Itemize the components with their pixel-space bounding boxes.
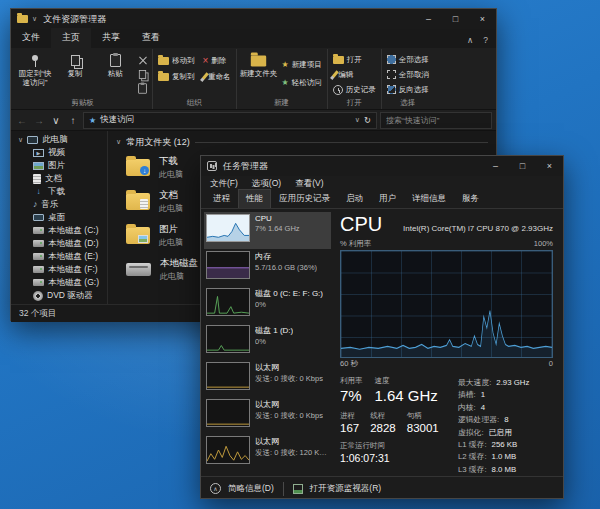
close-button[interactable]: × bbox=[536, 156, 563, 176]
tab-home[interactable]: 主页 bbox=[51, 28, 91, 48]
quick-access-icon: ★ bbox=[89, 116, 96, 125]
tab-performance[interactable]: 性能 bbox=[238, 189, 271, 208]
perf-item-ethernet3[interactable]: 以太网 发送: 0 接收: 120 Kbps bbox=[204, 434, 331, 471]
copy-path-button[interactable] bbox=[136, 69, 149, 80]
minimize-button[interactable]: – bbox=[415, 9, 442, 29]
group-label-new: 新建 bbox=[240, 97, 324, 109]
drive-icon bbox=[33, 266, 44, 273]
cpu-title: CPU bbox=[340, 213, 382, 236]
cut-button[interactable] bbox=[136, 55, 149, 66]
sidebar-item-downloads[interactable]: ↓ 下载 bbox=[11, 185, 107, 198]
tab-services[interactable]: 服务 bbox=[454, 189, 487, 208]
sidebar-item-documents[interactable]: 文档 bbox=[11, 172, 107, 185]
move-to-button[interactable]: 移动到 bbox=[156, 53, 197, 68]
sidebar-item-videos[interactable]: ▶ 视频 bbox=[11, 146, 107, 159]
select-all-button[interactable]: 全部选择 bbox=[385, 52, 431, 67]
tab-users[interactable]: 用户 bbox=[371, 189, 404, 208]
sidebar-item-drive-d[interactable]: 本地磁盘 (D:) bbox=[11, 237, 107, 250]
search-input[interactable] bbox=[380, 112, 492, 129]
sidebar-item-this-pc[interactable]: ∨ 此电脑 bbox=[11, 133, 107, 146]
menu-view[interactable]: 查看(V) bbox=[288, 178, 330, 190]
new-item-button[interactable]: ★ 新建项目 bbox=[280, 57, 324, 72]
open-resource-monitor-link[interactable]: 打开资源监视器(R) bbox=[310, 483, 381, 495]
address-dropdown-icon[interactable]: ∨ bbox=[355, 116, 360, 124]
sidebar-item-drive-e[interactable]: 本地磁盘 (E:) bbox=[11, 250, 107, 263]
forward-icon[interactable]: → bbox=[32, 115, 46, 126]
maximize-button[interactable]: □ bbox=[442, 9, 469, 29]
easy-access-icon: ★ bbox=[282, 79, 289, 87]
new-item-icon: ★ bbox=[282, 61, 289, 69]
section-collapse-icon[interactable]: ∨ bbox=[116, 138, 121, 146]
invert-selection-button[interactable]: 反向选择 bbox=[385, 82, 431, 97]
delete-button[interactable]: × 删除 bbox=[201, 53, 233, 68]
sidebar-item-dvd-drive[interactable]: DVD 驱动器 bbox=[11, 289, 107, 302]
chart-y-label: % 利用率 bbox=[340, 239, 371, 249]
sidebar-item-drive-c[interactable]: 本地磁盘 (C:) bbox=[11, 224, 107, 237]
tab-startup[interactable]: 启动 bbox=[338, 189, 371, 208]
refresh-icon[interactable]: ↻ bbox=[364, 115, 371, 125]
menu-file[interactable]: 文件(F) bbox=[203, 178, 245, 190]
taskmgr-footer: ∧ 简略信息(D) 打开资源监视器(R) bbox=[201, 476, 563, 500]
ethernet1-mini-graph bbox=[206, 362, 250, 390]
stat-utilization: 利用率 7% bbox=[340, 376, 363, 404]
sidebar-item-desktop[interactable]: 桌面 bbox=[11, 211, 107, 224]
rename-button[interactable]: 重命名 bbox=[201, 69, 233, 84]
tab-view[interactable]: 查看 bbox=[131, 28, 171, 48]
history-button[interactable]: 历史记录 bbox=[331, 82, 378, 97]
close-button[interactable]: × bbox=[469, 9, 496, 29]
perf-item-disk1[interactable]: 磁盘 1 (D:) 0% bbox=[204, 323, 331, 360]
sidebar-item-pictures[interactable]: 图片 bbox=[11, 159, 107, 172]
back-icon[interactable]: ← bbox=[15, 115, 29, 126]
dvd-icon bbox=[33, 291, 43, 301]
recent-locations-icon[interactable]: ∨ bbox=[49, 115, 63, 126]
paste-shortcut-button[interactable] bbox=[136, 83, 149, 94]
open-icon bbox=[333, 56, 344, 64]
perf-item-disk0[interactable]: 磁盘 0 (C: E: F: G:) 0% bbox=[204, 286, 331, 323]
cpu-info-list: 最大速度:2.93 GHz 插槽:1 内核:4 逻辑处理器:8 虚拟化:已启用 bbox=[458, 376, 553, 476]
new-folder-button[interactable]: 新建文件夹 bbox=[240, 51, 278, 79]
perf-item-cpu[interactable]: CPU 7% 1.64 GHz bbox=[204, 212, 331, 249]
up-icon[interactable]: ↑ bbox=[66, 115, 80, 126]
tab-processes[interactable]: 进程 bbox=[205, 189, 238, 208]
task-manager-window: 任务管理器 – □ × 文件(F) 选项(O) 查看(V) 进程 性能 应用历史… bbox=[200, 155, 564, 499]
edit-button[interactable]: 编辑 bbox=[331, 67, 356, 82]
sidebar-item-music[interactable]: ♪ 音乐 bbox=[11, 198, 107, 211]
stat-processes: 进程 167 bbox=[340, 411, 359, 434]
address-breadcrumb[interactable]: ★ 快速访问 ∨ ↻ bbox=[83, 112, 377, 129]
drive-icon bbox=[33, 240, 44, 247]
open-button[interactable]: 打开 bbox=[331, 52, 364, 67]
expand-chevron-icon[interactable]: ∨ bbox=[18, 136, 23, 144]
tab-details[interactable]: 详细信息 bbox=[404, 189, 454, 208]
perf-item-memory[interactable]: 内存 5.7/16.0 GB (36%) bbox=[204, 249, 331, 286]
tab-file[interactable]: 文件 bbox=[11, 28, 51, 48]
copy-to-button[interactable]: 复制到 bbox=[156, 69, 197, 84]
easy-access-button[interactable]: ★ 轻松访问 bbox=[280, 75, 324, 90]
memory-mini-graph bbox=[206, 251, 250, 279]
local-disk-icon bbox=[126, 263, 151, 276]
tab-app-history[interactable]: 应用历史记录 bbox=[271, 189, 338, 208]
select-all-icon bbox=[387, 55, 396, 64]
fewer-details-button[interactable]: 简略信息(D) bbox=[228, 483, 274, 495]
help-icon[interactable]: ? bbox=[483, 35, 488, 45]
perf-item-ethernet1[interactable]: 以太网 发送: 0 接收: 0 Kbps bbox=[204, 360, 331, 397]
collapse-ribbon-icon[interactable]: ∧ bbox=[467, 35, 473, 45]
drive-icon bbox=[33, 279, 44, 286]
select-none-button[interactable]: 全部取消 bbox=[385, 67, 431, 82]
tab-share[interactable]: 共享 bbox=[91, 28, 131, 48]
stat-speed: 速度 1.64 GHz bbox=[375, 376, 438, 404]
sidebar-item-drive-g[interactable]: 本地磁盘 (G:) bbox=[11, 276, 107, 289]
copy-button[interactable]: 复制 bbox=[56, 51, 94, 79]
menu-options[interactable]: 选项(O) bbox=[245, 178, 288, 190]
minimize-button[interactable]: – bbox=[482, 156, 509, 176]
ribbon: 固定到“快速访问” 复制 粘贴 剪 bbox=[11, 48, 496, 110]
maximize-button[interactable]: □ bbox=[509, 156, 536, 176]
ribbon-group-new: 新建文件夹 ★ 新建项目 ★ 轻松访问 新建 bbox=[237, 49, 328, 109]
paste-button[interactable]: 粘贴 bbox=[96, 51, 134, 79]
breadcrumb-location[interactable]: 快速访问 bbox=[100, 114, 134, 126]
perf-item-ethernet2[interactable]: 以太网 发送: 0 接收: 0 Kbps bbox=[204, 397, 331, 434]
sidebar-item-drive-f[interactable]: 本地磁盘 (F:) bbox=[11, 263, 107, 276]
documents-folder-icon bbox=[126, 193, 150, 210]
pin-to-quick-access-button[interactable]: 固定到“快速访问” bbox=[16, 51, 54, 87]
section-header[interactable]: ∨ 常用文件夹 (12) bbox=[116, 134, 488, 150]
quick-access-toolbar-chevron-icon[interactable]: ∨ bbox=[32, 15, 37, 23]
